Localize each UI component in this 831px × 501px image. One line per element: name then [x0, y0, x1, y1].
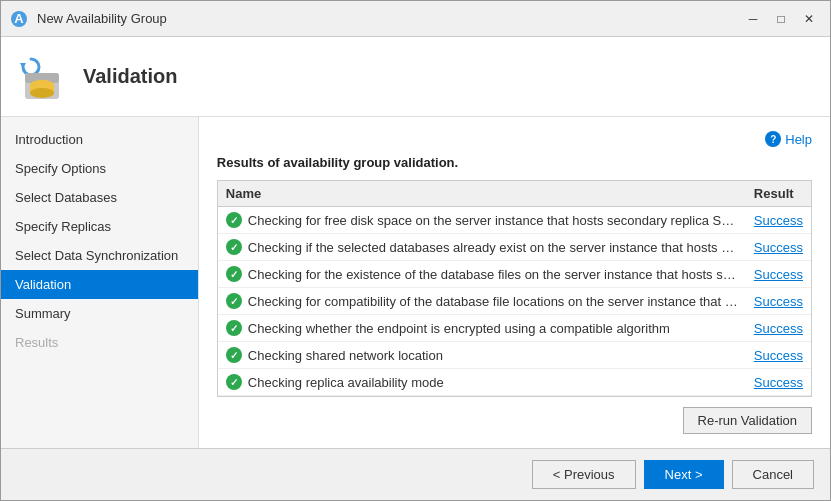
- previous-button[interactable]: < Previous: [532, 460, 636, 489]
- check-success-icon: [226, 320, 242, 336]
- row-name-cell: Checking for compatibility of the databa…: [218, 288, 746, 315]
- window-icon: A: [9, 9, 29, 29]
- maximize-button[interactable]: □: [768, 8, 794, 30]
- check-success-icon: [226, 266, 242, 282]
- sidebar-item-specify-replicas[interactable]: Specify Replicas: [1, 212, 198, 241]
- table-row: Checking for free disk space on the serv…: [218, 207, 811, 234]
- main-content: ? Help Results of availability group val…: [199, 117, 830, 448]
- page-title: Validation: [83, 65, 177, 88]
- result-link[interactable]: Success: [754, 294, 803, 309]
- row-name-text: Checking for free disk space on the serv…: [248, 213, 738, 228]
- sidebar-item-introduction[interactable]: Introduction: [1, 125, 198, 154]
- minimize-button[interactable]: ─: [740, 8, 766, 30]
- row-name-cell: Checking the listener configuration: [218, 396, 746, 398]
- row-name-text: Checking shared network location: [248, 348, 443, 363]
- check-success-icon: [226, 293, 242, 309]
- row-name-cell: Checking whether the endpoint is encrypt…: [218, 315, 746, 342]
- help-icon: ?: [765, 131, 781, 147]
- window-controls: ─ □ ✕: [740, 8, 822, 30]
- row-result-cell[interactable]: Success: [746, 396, 811, 398]
- svg-point-7: [30, 88, 54, 98]
- table-header-row: Name Result: [218, 181, 811, 207]
- table-row: Checking for the existence of the databa…: [218, 261, 811, 288]
- help-label: Help: [785, 132, 812, 147]
- header-db-icon: [17, 51, 69, 103]
- body: Introduction Specify Options Select Data…: [1, 117, 830, 448]
- row-result-cell[interactable]: Success: [746, 342, 811, 369]
- row-name-text: Checking for the existence of the databa…: [248, 267, 738, 282]
- header-icon: [17, 51, 69, 103]
- sidebar-item-summary[interactable]: Summary: [1, 299, 198, 328]
- row-name-text: Checking for compatibility of the databa…: [248, 294, 738, 309]
- window-title: New Availability Group: [37, 11, 732, 26]
- row-name-cell: Checking if the selected databases alrea…: [218, 234, 746, 261]
- cancel-button[interactable]: Cancel: [732, 460, 814, 489]
- row-name-cell: Checking shared network location: [218, 342, 746, 369]
- titlebar: A New Availability Group ─ □ ✕: [1, 1, 830, 37]
- row-result-cell[interactable]: Success: [746, 288, 811, 315]
- table-row: Checking whether the endpoint is encrypt…: [218, 315, 811, 342]
- help-link[interactable]: ? Help: [765, 131, 812, 147]
- check-success-icon: [226, 374, 242, 390]
- svg-text:A: A: [14, 11, 24, 26]
- check-success-icon: [226, 239, 242, 255]
- table-row: Checking if the selected databases alrea…: [218, 234, 811, 261]
- close-button[interactable]: ✕: [796, 8, 822, 30]
- sidebar-item-results: Results: [1, 328, 198, 357]
- result-link[interactable]: Success: [754, 348, 803, 363]
- row-result-cell[interactable]: Success: [746, 261, 811, 288]
- col-result: Result: [746, 181, 811, 207]
- row-result-cell[interactable]: Success: [746, 234, 811, 261]
- results-title: Results of availability group validation…: [217, 155, 812, 170]
- check-success-icon: [226, 347, 242, 363]
- check-success-icon: [226, 212, 242, 228]
- row-name-text: Checking replica availability mode: [248, 375, 444, 390]
- sidebar-item-specify-options[interactable]: Specify Options: [1, 154, 198, 183]
- row-name-cell: Checking replica availability mode: [218, 369, 746, 396]
- sidebar: Introduction Specify Options Select Data…: [1, 117, 199, 448]
- main-window: A New Availability Group ─ □ ✕: [0, 0, 831, 501]
- table-body: Checking for free disk space on the serv…: [218, 207, 811, 398]
- row-result-cell[interactable]: Success: [746, 369, 811, 396]
- sidebar-item-select-data-sync[interactable]: Select Data Synchronization: [1, 241, 198, 270]
- result-link[interactable]: Success: [754, 240, 803, 255]
- header: Validation: [1, 37, 830, 117]
- rerun-validation-button[interactable]: Re-run Validation: [683, 407, 812, 434]
- result-link[interactable]: Success: [754, 267, 803, 282]
- result-link[interactable]: Success: [754, 213, 803, 228]
- next-button[interactable]: Next >: [644, 460, 724, 489]
- table-row: Checking replica availability modeSucces…: [218, 369, 811, 396]
- col-name: Name: [218, 181, 746, 207]
- row-result-cell[interactable]: Success: [746, 315, 811, 342]
- row-result-cell[interactable]: Success: [746, 207, 811, 234]
- sidebar-item-validation[interactable]: Validation: [1, 270, 198, 299]
- table-row: Checking for compatibility of the databa…: [218, 288, 811, 315]
- sidebar-item-select-databases[interactable]: Select Databases: [1, 183, 198, 212]
- row-name-cell: Checking for free disk space on the serv…: [218, 207, 746, 234]
- row-name-cell: Checking for the existence of the databa…: [218, 261, 746, 288]
- row-name-text: Checking if the selected databases alrea…: [248, 240, 738, 255]
- row-name-text: Checking whether the endpoint is encrypt…: [248, 321, 670, 336]
- footer: < Previous Next > Cancel: [1, 448, 830, 500]
- rerun-row: Re-run Validation: [217, 407, 812, 434]
- table-row: Checking the listener configurationSucce…: [218, 396, 811, 398]
- svg-marker-2: [20, 63, 26, 69]
- result-link[interactable]: Success: [754, 375, 803, 390]
- validation-table: Name Result Checking for free disk space…: [217, 180, 812, 397]
- table-row: Checking shared network locationSuccess: [218, 342, 811, 369]
- result-link[interactable]: Success: [754, 321, 803, 336]
- results-table: Name Result Checking for free disk space…: [218, 181, 811, 397]
